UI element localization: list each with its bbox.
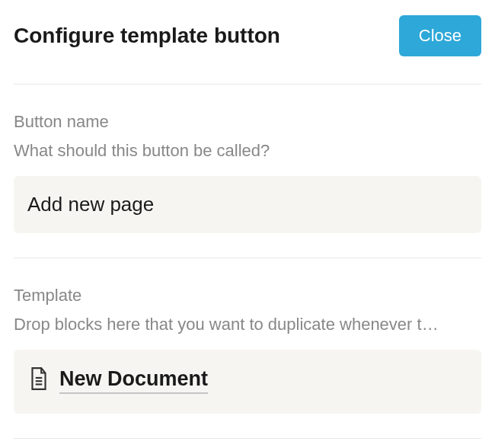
template-block-title[interactable]: New Document [59, 367, 208, 394]
template-label: Template [14, 286, 481, 306]
close-button[interactable]: Close [399, 15, 481, 56]
dialog-title: Configure template button [14, 24, 280, 48]
button-name-description: What should this button be called? [14, 141, 481, 161]
button-name-input[interactable] [14, 176, 481, 233]
button-name-label: Button name [14, 112, 481, 132]
template-description: Drop blocks here that you want to duplic… [14, 315, 481, 334]
template-section: Template Drop blocks here that you want … [14, 286, 481, 439]
document-icon [29, 366, 49, 394]
button-name-section: Button name What should this button be c… [14, 112, 481, 258]
dialog-header: Configure template button Close [14, 15, 481, 85]
template-drop-zone[interactable]: New Document [14, 350, 481, 414]
